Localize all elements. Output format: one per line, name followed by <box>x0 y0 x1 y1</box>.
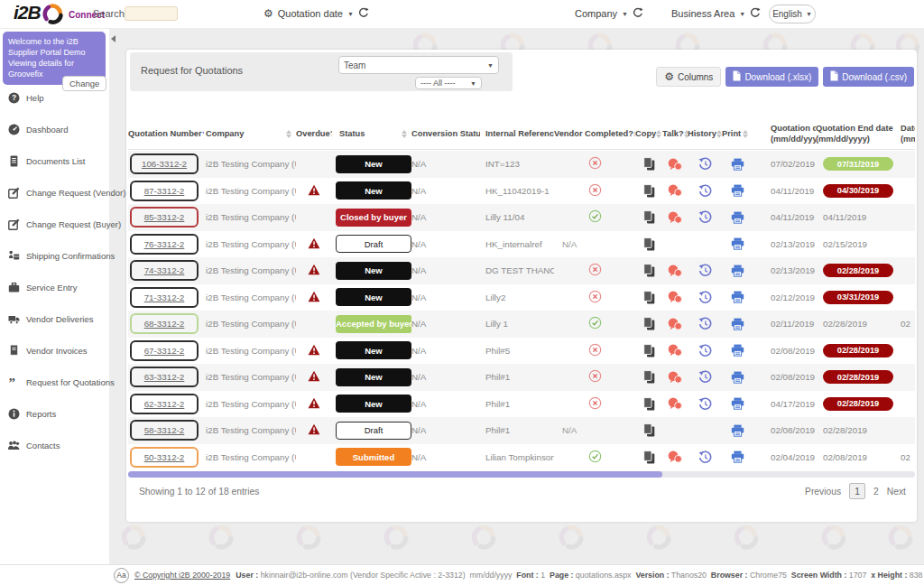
copyright-link[interactable]: © Copyright i2B 2000-2019 <box>134 571 230 580</box>
copy-icon[interactable] <box>643 210 655 224</box>
col-talk-header[interactable]: Talk? <box>662 119 688 149</box>
quotation-number-button[interactable]: 50-3312-2 <box>130 447 199 468</box>
history-icon[interactable] <box>698 291 712 304</box>
print-icon[interactable] <box>731 344 744 357</box>
col-vendor-completed-header[interactable]: Vendor Completed? <box>554 119 635 149</box>
quotation-number-button[interactable]: 68-3312-2 <box>130 313 199 334</box>
col-internal-reference-header[interactable]: Internal Reference <box>480 119 554 149</box>
copy-icon[interactable] <box>643 344 655 358</box>
scrollbar-thumb[interactable] <box>128 471 662 478</box>
sidebar-item-contacts[interactable]: Contacts <box>0 430 109 461</box>
language-select[interactable]: English ▼ <box>769 5 816 23</box>
quotation-number-button[interactable]: 106-3312-2 <box>130 153 199 174</box>
print-icon[interactable] <box>731 184 744 197</box>
change-button[interactable]: Change <box>62 76 106 91</box>
col-overdue-header[interactable]: Overdue? <box>296 119 332 149</box>
history-icon[interactable] <box>698 184 712 198</box>
columns-button[interactable]: ⚙ Columns <box>656 67 721 87</box>
download-csv-button[interactable]: Download (.csv) <box>823 67 914 87</box>
sidebar-item-request-for-quotations[interactable]: ”Request for Quotations <box>0 367 109 398</box>
talk-icon[interactable] <box>668 318 682 330</box>
col-print-header[interactable]: Print <box>722 119 753 149</box>
refresh-icon[interactable] <box>633 7 643 20</box>
copy-icon[interactable] <box>643 237 655 251</box>
refresh-icon[interactable] <box>750 7 761 20</box>
sidebar-item-change-request-vendor[interactable]: Change Request (Vendor) <box>0 177 109 209</box>
history-icon[interactable] <box>698 317 712 330</box>
quotation-number-button[interactable]: 74-3312-2 <box>130 260 199 281</box>
download-xlsx-button[interactable]: Download (.xlsx) <box>725 67 818 87</box>
print-icon[interactable] <box>731 265 744 277</box>
copy-icon[interactable] <box>643 450 655 464</box>
col-conversion-status-header[interactable]: Conversion Status <box>411 119 480 149</box>
col-history-header[interactable]: History <box>688 119 722 149</box>
next-page-button[interactable]: Next <box>887 487 906 497</box>
col-copy-header[interactable]: Copy <box>635 119 662 149</box>
quotation-number-button[interactable]: 71-3312-2 <box>130 287 199 308</box>
talk-icon[interactable] <box>668 265 682 277</box>
history-icon[interactable] <box>698 370 712 384</box>
copy-icon[interactable] <box>643 264 655 277</box>
print-icon[interactable] <box>731 211 744 224</box>
col-company-header[interactable]: Company <box>204 119 296 149</box>
talk-icon[interactable] <box>668 397 682 410</box>
page-2-button[interactable]: 2 <box>873 487 879 497</box>
team-filter-select[interactable]: Team ▼ <box>338 56 499 74</box>
history-icon[interactable] <box>698 157 712 171</box>
talk-icon[interactable] <box>668 344 682 357</box>
col-quotation-number-header[interactable]: Quotation Number <box>128 119 204 149</box>
company-filter[interactable]: Company ▼ <box>575 7 643 20</box>
sidebar-item-dashboard[interactable]: Dashboard <box>0 114 109 145</box>
history-icon[interactable] <box>698 450 712 464</box>
col-quotation-date-header[interactable]: Quotation date(mm/dd/yyyy) <box>753 119 816 149</box>
sidebar-item-documents-list[interactable]: Documents List <box>0 145 109 177</box>
quotation-number-button[interactable]: 76-3312-2 <box>130 234 199 255</box>
col-status-header[interactable]: Status <box>332 119 411 149</box>
col-quotation-end-date-header[interactable]: Quotation End date(mm/dd/yyyy) <box>816 119 893 149</box>
history-icon[interactable] <box>698 344 712 358</box>
copy-icon[interactable] <box>643 370 655 384</box>
sidebar-item-vendor-invoices[interactable]: Vendor Invoices <box>0 335 109 367</box>
sidebar-item-shipping-confirmations[interactable]: Shipping Confirmations <box>0 240 109 272</box>
sidebar-item-change-request-buyer[interactable]: Change Request (Buyer) <box>0 209 109 240</box>
talk-icon[interactable] <box>668 450 682 463</box>
history-icon[interactable] <box>698 397 712 411</box>
copy-icon[interactable] <box>643 184 655 198</box>
quotation-number-button[interactable]: 87-3312-2 <box>130 181 199 201</box>
copy-icon[interactable] <box>643 157 655 171</box>
previous-page-button[interactable]: Previous <box>805 487 841 497</box>
quotation-number-button[interactable]: 85-3312-2 <box>130 207 199 228</box>
search-input[interactable] <box>125 6 178 21</box>
print-icon[interactable] <box>731 397 744 410</box>
quotation-number-button[interactable]: 63-3312-2 <box>130 367 199 387</box>
talk-icon[interactable] <box>668 291 682 303</box>
all-filter-select[interactable]: ---- All ---- ▼ <box>415 77 482 89</box>
sidebar-collapse-arrow-icon[interactable] <box>111 35 116 42</box>
print-icon[interactable] <box>731 158 744 171</box>
sidebar-item-service-entry[interactable]: Service Entry <box>0 272 109 303</box>
page-1-button[interactable]: 1 <box>849 483 865 499</box>
copy-icon[interactable] <box>643 397 655 411</box>
talk-icon[interactable] <box>668 184 682 197</box>
history-icon[interactable] <box>698 264 712 277</box>
business-area-filter[interactable]: Business Area ▼ <box>671 7 761 20</box>
refresh-icon[interactable] <box>358 7 369 20</box>
font-size-badge[interactable]: Aa <box>114 568 129 583</box>
talk-icon[interactable] <box>668 158 682 171</box>
print-icon[interactable] <box>731 371 744 384</box>
quotation-number-button[interactable]: 62-3312-2 <box>130 394 199 414</box>
print-icon[interactable] <box>731 424 744 437</box>
copy-icon[interactable] <box>643 317 655 330</box>
sidebar-item-reports[interactable]: Reports <box>0 398 109 430</box>
talk-icon[interactable] <box>668 211 682 224</box>
print-icon[interactable] <box>731 291 744 303</box>
print-icon[interactable] <box>731 450 744 463</box>
history-icon[interactable] <box>698 210 712 224</box>
quotation-number-button[interactable]: 58-3312-2 <box>130 420 199 441</box>
quotation-number-button[interactable]: 67-3312-2 <box>130 340 199 361</box>
quotation-date-filter[interactable]: ⚙ Quotation date ▼ <box>263 7 369 20</box>
print-icon[interactable] <box>731 237 744 250</box>
print-icon[interactable] <box>731 318 744 330</box>
sidebar-item-vendor-deliveries[interactable]: Vendor Deliveries <box>0 303 109 335</box>
talk-icon[interactable] <box>668 371 682 384</box>
